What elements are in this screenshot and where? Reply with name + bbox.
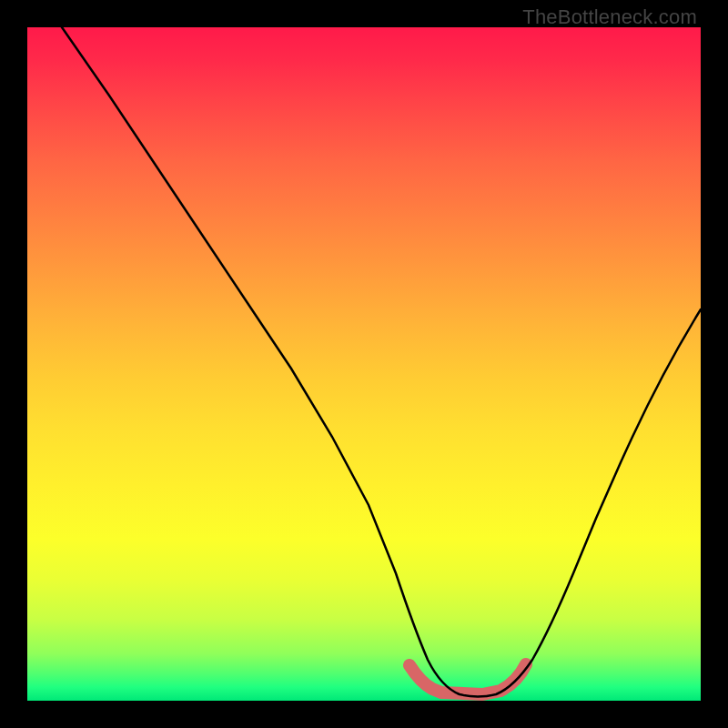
watermark-text: TheBottleneck.com (522, 5, 697, 29)
optimal-range-marker (410, 664, 526, 694)
chart-svg-layer (27, 27, 701, 701)
bottleneck-curve (62, 27, 701, 697)
